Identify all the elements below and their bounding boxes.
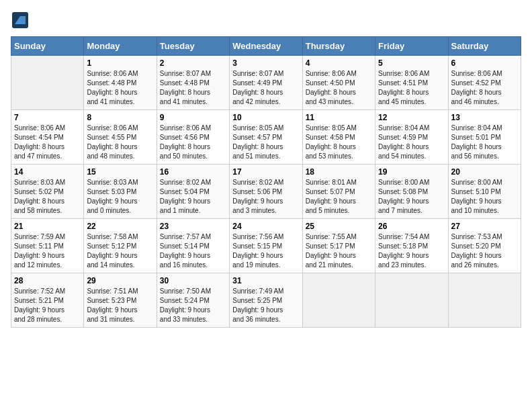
day-info: Sunrise: 8:07 AM Sunset: 4:49 PM Dayligh… [232, 69, 299, 107]
day-info: Sunrise: 8:01 AM Sunset: 5:07 PM Dayligh… [306, 178, 372, 216]
calendar-table: SundayMondayTuesdayWednesdayThursdayFrid… [11, 36, 521, 328]
day-number: 1 [87, 58, 153, 68]
day-info: Sunrise: 7:59 AM Sunset: 5:11 PM Dayligh… [14, 232, 81, 270]
day-number: 17 [232, 167, 299, 177]
calendar-cell: 28Sunrise: 7:52 AM Sunset: 5:21 PM Dayli… [11, 273, 84, 328]
calendar-cell: 16Sunrise: 8:02 AM Sunset: 5:04 PM Dayli… [157, 165, 229, 219]
calendar-cell: 9Sunrise: 8:06 AM Sunset: 4:56 PM Daylig… [157, 110, 229, 165]
day-info: Sunrise: 8:07 AM Sunset: 4:48 PM Dayligh… [160, 69, 226, 107]
calendar-cell [11, 56, 84, 110]
day-info: Sunrise: 7:50 AM Sunset: 5:24 PM Dayligh… [160, 287, 226, 324]
day-info: Sunrise: 7:54 AM Sunset: 5:18 PM Dayligh… [378, 232, 445, 270]
calendar-cell: 4Sunrise: 8:06 AM Sunset: 4:50 PM Daylig… [302, 56, 375, 110]
weekday-header-tuesday: Tuesday [157, 37, 229, 56]
calendar-cell: 7Sunrise: 8:06 AM Sunset: 4:54 PM Daylig… [11, 110, 84, 165]
calendar-cell [448, 273, 521, 328]
day-number: 16 [160, 167, 226, 177]
day-info: Sunrise: 8:05 AM Sunset: 4:57 PM Dayligh… [232, 124, 299, 161]
header [11, 11, 521, 30]
day-number: 13 [451, 113, 518, 122]
calendar-week-row: 14Sunrise: 8:03 AM Sunset: 5:02 PM Dayli… [11, 165, 521, 219]
weekday-header-wednesday: Wednesday [230, 37, 302, 56]
day-info: Sunrise: 7:52 AM Sunset: 5:21 PM Dayligh… [14, 287, 81, 324]
day-info: Sunrise: 8:04 AM Sunset: 5:01 PM Dayligh… [451, 124, 518, 161]
logo-icon [11, 11, 30, 30]
calendar-cell: 30Sunrise: 7:50 AM Sunset: 5:24 PM Dayli… [157, 273, 229, 328]
day-number: 5 [378, 58, 445, 68]
day-info: Sunrise: 7:51 AM Sunset: 5:23 PM Dayligh… [87, 287, 153, 324]
day-number: 23 [160, 222, 226, 231]
day-info: Sunrise: 8:06 AM Sunset: 4:55 PM Dayligh… [87, 124, 153, 161]
calendar-cell: 29Sunrise: 7:51 AM Sunset: 5:23 PM Dayli… [84, 273, 157, 328]
day-number: 2 [160, 58, 226, 68]
day-number: 19 [378, 167, 445, 177]
weekday-header-friday: Friday [375, 37, 448, 56]
logo [11, 11, 32, 30]
day-number: 30 [160, 276, 226, 285]
day-info: Sunrise: 8:02 AM Sunset: 5:06 PM Dayligh… [232, 178, 299, 216]
weekday-header-saturday: Saturday [448, 37, 521, 56]
calendar-cell: 2Sunrise: 8:07 AM Sunset: 4:48 PM Daylig… [157, 56, 229, 110]
calendar-cell: 23Sunrise: 7:57 AM Sunset: 5:14 PM Dayli… [157, 219, 229, 273]
weekday-header-sunday: Sunday [11, 37, 84, 56]
calendar-week-row: 7Sunrise: 8:06 AM Sunset: 4:54 PM Daylig… [11, 110, 521, 165]
calendar-cell: 15Sunrise: 8:03 AM Sunset: 5:03 PM Dayli… [84, 165, 157, 219]
calendar-cell: 8Sunrise: 8:06 AM Sunset: 4:55 PM Daylig… [84, 110, 157, 165]
day-number: 7 [14, 113, 81, 122]
calendar-cell: 13Sunrise: 8:04 AM Sunset: 5:01 PM Dayli… [448, 110, 521, 165]
calendar-cell: 24Sunrise: 7:56 AM Sunset: 5:15 PM Dayli… [230, 219, 302, 273]
day-number: 28 [14, 276, 81, 285]
day-number: 8 [87, 113, 153, 122]
day-number: 15 [87, 167, 153, 177]
calendar-week-row: 1Sunrise: 8:06 AM Sunset: 4:48 PM Daylig… [11, 56, 521, 110]
day-info: Sunrise: 8:02 AM Sunset: 5:04 PM Dayligh… [160, 178, 226, 216]
day-number: 6 [451, 58, 518, 68]
calendar-cell: 17Sunrise: 8:02 AM Sunset: 5:06 PM Dayli… [230, 165, 302, 219]
day-info: Sunrise: 8:03 AM Sunset: 5:03 PM Dayligh… [87, 178, 153, 216]
calendar-cell: 27Sunrise: 7:53 AM Sunset: 5:20 PM Dayli… [448, 219, 521, 273]
calendar-cell [302, 273, 375, 328]
calendar-cell: 21Sunrise: 7:59 AM Sunset: 5:11 PM Dayli… [11, 219, 84, 273]
day-number: 3 [232, 58, 299, 68]
calendar-cell [375, 273, 448, 328]
day-number: 27 [451, 222, 518, 231]
day-number: 22 [87, 222, 153, 231]
day-info: Sunrise: 7:55 AM Sunset: 5:17 PM Dayligh… [306, 232, 372, 270]
calendar-cell: 5Sunrise: 8:06 AM Sunset: 4:51 PM Daylig… [375, 56, 448, 110]
day-number: 31 [232, 276, 299, 285]
day-info: Sunrise: 8:06 AM Sunset: 4:56 PM Dayligh… [160, 124, 226, 161]
day-number: 18 [306, 167, 372, 177]
day-info: Sunrise: 8:03 AM Sunset: 5:02 PM Dayligh… [14, 178, 81, 216]
day-number: 11 [306, 113, 372, 122]
day-info: Sunrise: 7:58 AM Sunset: 5:12 PM Dayligh… [87, 232, 153, 270]
day-number: 4 [306, 58, 372, 68]
calendar-cell: 14Sunrise: 8:03 AM Sunset: 5:02 PM Dayli… [11, 165, 84, 219]
day-info: Sunrise: 8:05 AM Sunset: 4:58 PM Dayligh… [306, 124, 372, 161]
day-info: Sunrise: 8:00 AM Sunset: 5:08 PM Dayligh… [378, 178, 445, 216]
day-number: 14 [14, 167, 81, 177]
day-info: Sunrise: 7:56 AM Sunset: 5:15 PM Dayligh… [232, 232, 299, 270]
day-info: Sunrise: 8:00 AM Sunset: 5:10 PM Dayligh… [451, 178, 518, 216]
day-info: Sunrise: 8:04 AM Sunset: 4:59 PM Dayligh… [378, 124, 445, 161]
day-info: Sunrise: 8:06 AM Sunset: 4:52 PM Dayligh… [451, 69, 518, 107]
calendar-cell: 18Sunrise: 8:01 AM Sunset: 5:07 PM Dayli… [302, 165, 375, 219]
day-number: 9 [160, 113, 226, 122]
day-info: Sunrise: 8:06 AM Sunset: 4:51 PM Dayligh… [378, 69, 445, 107]
day-number: 24 [232, 222, 299, 231]
weekday-header-monday: Monday [84, 37, 157, 56]
calendar-cell: 3Sunrise: 8:07 AM Sunset: 4:49 PM Daylig… [230, 56, 302, 110]
day-number: 25 [306, 222, 372, 231]
day-info: Sunrise: 7:57 AM Sunset: 5:14 PM Dayligh… [160, 232, 226, 270]
calendar-cell: 6Sunrise: 8:06 AM Sunset: 4:52 PM Daylig… [448, 56, 521, 110]
calendar-cell: 12Sunrise: 8:04 AM Sunset: 4:59 PM Dayli… [375, 110, 448, 165]
calendar-week-row: 28Sunrise: 7:52 AM Sunset: 5:21 PM Dayli… [11, 273, 521, 328]
calendar-cell: 19Sunrise: 8:00 AM Sunset: 5:08 PM Dayli… [375, 165, 448, 219]
calendar-cell: 20Sunrise: 8:00 AM Sunset: 5:10 PM Dayli… [448, 165, 521, 219]
day-info: Sunrise: 7:49 AM Sunset: 5:25 PM Dayligh… [232, 287, 299, 324]
calendar-cell: 1Sunrise: 8:06 AM Sunset: 4:48 PM Daylig… [84, 56, 157, 110]
calendar-cell: 22Sunrise: 7:58 AM Sunset: 5:12 PM Dayli… [84, 219, 157, 273]
calendar-cell: 11Sunrise: 8:05 AM Sunset: 4:58 PM Dayli… [302, 110, 375, 165]
day-number: 21 [14, 222, 81, 231]
calendar-week-row: 21Sunrise: 7:59 AM Sunset: 5:11 PM Dayli… [11, 219, 521, 273]
day-info: Sunrise: 8:06 AM Sunset: 4:50 PM Dayligh… [306, 69, 372, 107]
